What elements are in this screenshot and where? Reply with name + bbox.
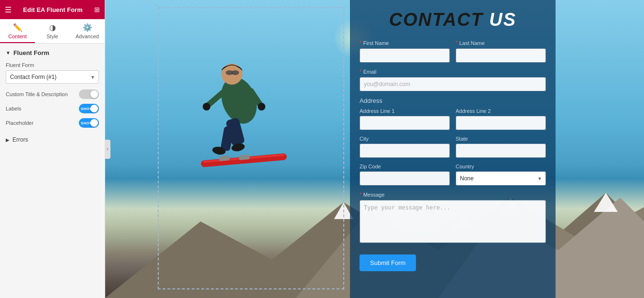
canvas-background: CONTACT US * First Name * Last Name [105,0,644,298]
address-row: Address Line 1 Address Line 2 [360,108,546,130]
snowboarder-figure [177,38,301,182]
placeholder-row: Placeholder SHOW [6,118,99,128]
panel-content: ▼ Fluent Form Fluent Form Contact Form (… [0,44,105,298]
state-input[interactable] [456,143,546,158]
message-group: * Message [360,191,546,245]
custom-title-label: Custom Title & Description [6,91,68,97]
tab-advanced[interactable]: ⚙️ Advanced [70,19,105,43]
fluent-form-select-wrapper: Contact Form (#1) ▼ [6,70,99,84]
style-icon: ◑ [49,23,56,32]
custom-title-toggle[interactable] [79,89,99,99]
top-bar: ☰ Edit EA Fluent Form ⊞ [0,0,105,19]
errors-label: Errors [12,136,28,143]
svg-point-10 [231,70,239,75]
address-line2-label: Address Line 2 [456,108,546,114]
address-section-label: Address [360,97,546,104]
fluent-form-field-label: Fluent Form [6,62,99,68]
name-row: * First Name * Last Name [360,40,546,63]
tab-style[interactable]: ◑ Style [35,19,70,43]
required-star-ln: * [456,40,458,46]
zip-input[interactable] [360,171,450,186]
first-name-label: * First Name [360,40,450,46]
address-line1-col: Address Line 1 [360,108,450,130]
message-label: * Message [360,191,546,198]
country-select-wrap: None United States United Kingdom Canada… [456,171,546,186]
address-line2-input[interactable] [456,116,546,130]
labels-label: Labels [6,106,21,111]
first-name-col: * First Name [360,40,450,63]
hamburger-icon[interactable]: ☰ [5,5,11,14]
address-line1-label: Address Line 1 [360,108,450,114]
zip-col: Zip Code [360,164,450,186]
address-line2-col: Address Line 2 [456,108,546,130]
chevron-right-icon: ▶ [6,137,10,143]
top-bar-title: Edit EA Fluent Form [23,6,82,13]
state-label: State [456,136,546,142]
form-panel: CONTACT US * First Name * Last Name [350,0,556,298]
main-area: CONTACT US * First Name * Last Name [105,0,644,298]
tab-style-label: Style [46,33,58,39]
fluent-form-section-header[interactable]: ▼ Fluent Form [6,49,99,56]
email-input[interactable] [360,77,546,91]
state-col: State [456,136,546,158]
advanced-icon: ⚙️ [83,23,92,32]
collapse-handle[interactable]: ‹ [105,140,110,159]
placeholder-label: Placeholder [6,120,33,126]
contact-heading: CONTACT US [360,10,546,30]
labels-row: Labels SHOW [6,104,99,113]
us-word-text: US [489,10,516,30]
city-label: City [360,136,450,142]
submit-button[interactable]: Submit Form [360,254,416,271]
tabs-bar: ✏️ Content ◑ Style ⚙️ Advanced [0,19,105,44]
last-name-label: * Last Name [456,40,546,46]
required-star-email: * [360,68,362,75]
first-name-input[interactable] [360,48,450,63]
city-input[interactable] [360,143,450,158]
svg-point-13 [203,103,210,110]
tab-content[interactable]: ✏️ Content [0,19,35,43]
toggle-knob [90,90,98,98]
zip-country-row: Zip Code Country None United States Unit… [360,164,546,186]
placeholder-toggle[interactable]: SHOW [79,118,99,128]
city-state-row: City State [360,136,546,158]
required-star-msg: * [360,191,362,198]
tab-advanced-label: Advanced [76,33,99,39]
left-panel: ☰ Edit EA Fluent Form ⊞ ✏️ Content ◑ Sty… [0,0,105,298]
chevron-down-icon: ▼ [6,50,11,55]
address-line1-input[interactable] [360,116,450,130]
country-col: Country None United States United Kingdo… [456,164,546,186]
tab-content-label: Content [8,33,27,39]
zip-label: Zip Code [360,164,450,169]
errors-section[interactable]: ▶ Errors [6,132,99,147]
required-star: * [360,40,362,46]
toggle-knob [90,105,98,112]
city-col: City [360,136,450,158]
email-label: * Email [360,68,546,75]
svg-rect-22 [239,155,250,160]
last-name-input[interactable] [456,48,546,63]
contact-word: CONTACT [389,10,490,30]
email-group: * Email [360,68,546,91]
message-textarea[interactable] [360,200,546,243]
svg-rect-21 [219,155,230,161]
grid-icon[interactable]: ⊞ [94,6,100,13]
toggle-knob [90,119,98,127]
fluent-form-select[interactable]: Contact Form (#1) [6,70,99,84]
custom-title-row: Custom Title & Description [6,89,99,99]
labels-toggle[interactable]: SHOW [79,104,99,113]
last-name-col: * Last Name [456,40,546,63]
fluent-form-section-label: Fluent Form [13,49,49,56]
content-icon: ✏️ [13,23,22,32]
snowboarder-svg [177,38,301,182]
country-label: Country [456,164,546,169]
svg-point-14 [258,103,265,110]
country-select[interactable]: None United States United Kingdom Canada… [456,171,546,186]
